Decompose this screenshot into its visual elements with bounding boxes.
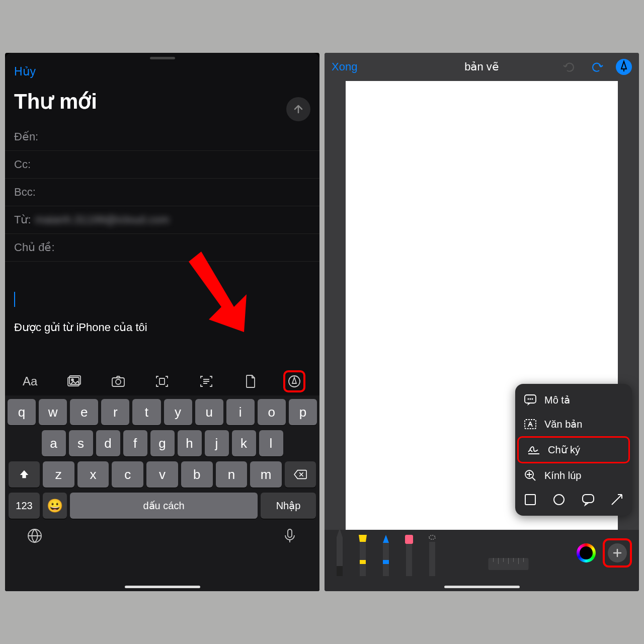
key-t[interactable]: t xyxy=(132,399,160,425)
key-h[interactable]: h xyxy=(178,430,202,456)
key-c[interactable]: c xyxy=(112,461,143,488)
key-o[interactable]: o xyxy=(258,399,286,425)
home-indicator[interactable] xyxy=(125,586,200,588)
svg-point-11 xyxy=(530,398,531,400)
key-b[interactable]: b xyxy=(181,461,213,488)
svg-point-2 xyxy=(71,379,73,381)
svg-point-4 xyxy=(116,379,121,384)
eraser-tool[interactable] xyxy=(401,535,417,576)
arrow-up-icon xyxy=(292,103,304,115)
svg-rect-15 xyxy=(525,495,535,505)
describe-menu-item[interactable]: Mô tả xyxy=(515,388,632,412)
undo-button[interactable] xyxy=(561,59,578,75)
key-p[interactable]: p xyxy=(289,399,317,425)
subject-field[interactable]: Chủ đề: xyxy=(5,234,319,262)
keyboard: qwertyuiop asdfghjkl zxcvbnm 123 😀 dấu c… xyxy=(5,395,319,591)
ruler-tool[interactable] xyxy=(447,554,570,576)
svg-rect-8 xyxy=(288,529,292,537)
document-icon xyxy=(243,374,258,389)
key-u[interactable]: u xyxy=(195,399,223,425)
text-format-button[interactable]: Aa xyxy=(19,370,41,392)
key-q[interactable]: q xyxy=(8,399,36,425)
markup-icon xyxy=(287,374,302,389)
annotation-arrow xyxy=(186,247,257,337)
compose-title: Thư mới xyxy=(14,89,97,114)
key-e[interactable]: e xyxy=(70,399,98,425)
key-a[interactable]: a xyxy=(42,430,66,456)
arrow-shape-icon[interactable] xyxy=(610,493,624,507)
key-f[interactable]: f xyxy=(123,430,147,456)
from-field[interactable]: Từ:maianh.31199@icloud.com xyxy=(5,206,319,234)
markup-header: Xong bản vẽ xyxy=(325,53,639,81)
svg-rect-24 xyxy=(406,544,412,576)
undo-icon xyxy=(561,59,578,75)
enter-key[interactable]: Nhập xyxy=(261,493,316,519)
attach-file-button[interactable] xyxy=(239,370,262,392)
space-key[interactable]: dấu cách xyxy=(70,493,258,519)
speech-shape-icon[interactable] xyxy=(581,493,595,507)
shift-key[interactable] xyxy=(9,461,40,488)
svg-rect-23 xyxy=(405,535,413,544)
key-d[interactable]: d xyxy=(96,430,120,456)
pen-tool[interactable] xyxy=(332,528,348,576)
speech-bubble-icon xyxy=(523,393,537,407)
key-i[interactable]: i xyxy=(226,399,255,425)
color-picker[interactable] xyxy=(577,543,596,562)
delete-key[interactable] xyxy=(285,461,316,488)
mic-icon xyxy=(282,528,298,544)
scan-document-button[interactable] xyxy=(151,370,173,392)
highlighter-tool[interactable] xyxy=(355,535,371,576)
key-l[interactable]: l xyxy=(259,430,283,456)
signature-menu-item[interactable]: Chữ ký xyxy=(517,436,630,463)
emoji-key[interactable]: 😀 xyxy=(43,493,67,519)
redo-button[interactable] xyxy=(589,59,605,75)
bcc-field[interactable]: Bcc: xyxy=(5,179,319,206)
home-indicator[interactable] xyxy=(444,586,520,588)
markup-toggle-button[interactable] xyxy=(616,59,632,75)
add-button[interactable] xyxy=(608,543,627,562)
svg-rect-21 xyxy=(383,543,389,576)
body-textarea[interactable]: Được gửi từ iPhone của tôi xyxy=(14,292,310,334)
key-m[interactable]: m xyxy=(250,461,282,488)
pencil-tool[interactable] xyxy=(378,535,394,576)
key-j[interactable]: j xyxy=(205,430,229,456)
text-cursor xyxy=(14,292,15,307)
key-g[interactable]: g xyxy=(150,430,175,456)
lasso-tool[interactable] xyxy=(424,535,440,576)
circle-shape-icon[interactable] xyxy=(552,493,566,507)
key-v[interactable]: v xyxy=(146,461,178,488)
camera-button[interactable] xyxy=(107,370,129,392)
photos-button[interactable] xyxy=(63,370,85,392)
pen-tip-icon xyxy=(616,59,632,75)
text-menu-item[interactable]: Văn bản xyxy=(515,412,632,436)
sheet-grabber[interactable] xyxy=(150,57,175,59)
key-k[interactable]: k xyxy=(232,430,256,456)
svg-rect-17 xyxy=(583,495,594,503)
cc-field[interactable]: Cc: xyxy=(5,151,319,179)
magnifier-menu-item[interactable]: Kính lúp xyxy=(515,463,632,488)
done-button[interactable]: Xong xyxy=(332,60,357,73)
send-button[interactable] xyxy=(286,97,310,121)
key-r[interactable]: r xyxy=(101,399,129,425)
markup-button[interactable] xyxy=(283,370,305,392)
square-shape-icon[interactable] xyxy=(523,493,537,507)
key-w[interactable]: w xyxy=(39,399,67,425)
key-z[interactable]: z xyxy=(43,461,74,488)
svg-rect-5 xyxy=(159,378,165,384)
globe-button[interactable] xyxy=(27,528,43,546)
document-title: bản vẽ xyxy=(464,60,499,73)
to-field[interactable]: Đến: xyxy=(5,123,319,151)
key-n[interactable]: n xyxy=(216,461,248,488)
markup-toolbar xyxy=(325,530,639,591)
key-x[interactable]: x xyxy=(77,461,109,488)
photos-icon xyxy=(66,374,82,389)
key-s[interactable]: s xyxy=(69,430,93,456)
key-y[interactable]: y xyxy=(164,399,192,425)
scan-text-button[interactable] xyxy=(195,370,217,392)
plus-icon xyxy=(612,548,622,558)
numbers-key[interactable]: 123 xyxy=(9,493,40,519)
svg-rect-25 xyxy=(429,542,435,576)
dictation-button[interactable] xyxy=(282,528,298,546)
email-signature: Được gửi từ iPhone của tôi xyxy=(14,321,310,334)
cancel-button[interactable]: Hủy xyxy=(14,65,36,78)
